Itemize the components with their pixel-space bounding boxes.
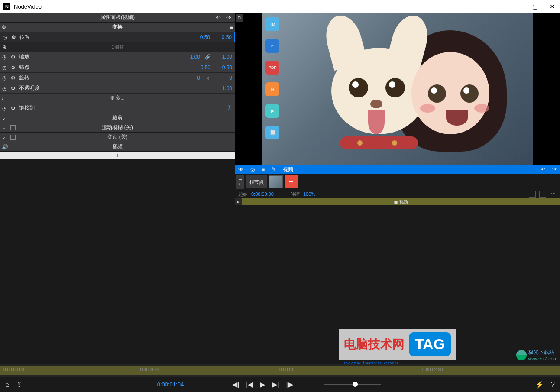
checkbox[interactable] xyxy=(10,135,16,140)
stopwatch-icon[interactable]: ◷ xyxy=(0,34,9,40)
transform-section-header[interactable]: ✥ 变换 ≡ xyxy=(0,23,235,32)
stopwatch-icon[interactable]: ◷ xyxy=(0,85,9,91)
menu-icon[interactable]: ≡ xyxy=(230,24,233,31)
rotation-row[interactable]: ◷ ⚙ 旋转 0 x 0 xyxy=(0,73,235,83)
scale-x[interactable]: 1.00 xyxy=(181,54,203,60)
keyframe-label: 关键帧 xyxy=(111,44,124,50)
skip-forward-icon[interactable]: ▶| xyxy=(272,380,279,389)
clip-icon: ▣ xyxy=(394,200,398,204)
keyframe-playhead[interactable] xyxy=(78,42,78,52)
undo-icon[interactable]: ↶ xyxy=(216,14,221,21)
move-icon[interactable]: ✥ xyxy=(2,24,6,30)
scale-row[interactable]: ◷ ⚙ 缩放 1.00 🔗 1.00 xyxy=(0,52,235,62)
maximize-button[interactable]: ▢ xyxy=(531,2,539,11)
link-icon[interactable]: 🔗 xyxy=(203,54,213,60)
pencil-icon[interactable]: ✎ xyxy=(272,166,276,172)
start-label: 起始 xyxy=(238,191,248,198)
anchor-x[interactable]: 0.50 xyxy=(191,65,213,71)
opacity-row[interactable]: ◷ ⚙ 不透明度 1.00 xyxy=(0,83,235,94)
opacity-val[interactable]: 1.00 xyxy=(213,85,235,91)
gear-icon[interactable]: ⚙ xyxy=(9,65,17,71)
anchor-row[interactable]: ◷ ⚙ 锚点 0.50 0.50 xyxy=(0,62,235,73)
preview-area[interactable]: ⧉ TDEPDFN▶⬜ xyxy=(235,13,560,165)
crop-label: 裁剪 xyxy=(112,114,123,122)
site2-name: 极光下载站 xyxy=(528,349,557,356)
link-to-val[interactable]: 无 xyxy=(213,104,235,112)
node-side-button[interactable]: ☰› xyxy=(236,175,244,189)
tile-row[interactable]: ⌄ 拼贴 (关) xyxy=(0,133,235,142)
eye-icon[interactable]: 👁 xyxy=(238,166,243,172)
stopwatch-icon[interactable]: ◷ xyxy=(0,75,9,81)
stopwatch-icon[interactable]: ◷ xyxy=(0,54,9,60)
desktop-icon: TD xyxy=(265,17,279,31)
play-icon[interactable]: ▶ xyxy=(260,380,265,389)
motion-blur-row[interactable]: ⌄ 运动模糊 (关) xyxy=(0,123,235,133)
prev-frame-icon[interactable]: ◀| xyxy=(232,380,239,389)
desktop-icon: E xyxy=(265,39,279,53)
minimize-button[interactable]: — xyxy=(513,2,522,11)
more-row[interactable]: › 更多... xyxy=(0,94,235,103)
track-expand-icon[interactable]: ▸ xyxy=(235,200,242,204)
link-to-row[interactable]: ◷ ⚙ 链接到 无 xyxy=(0,103,235,113)
position-y[interactable]: 0.50 xyxy=(213,34,234,40)
stretch-value[interactable]: 100% xyxy=(303,191,315,197)
root-node-tab[interactable]: 根节点 xyxy=(246,175,267,188)
chevron-down-icon: ⌄ xyxy=(2,125,6,130)
player-controls: ⌂ ⇪ 0:00:01:04 ◀| |◀ ▶ ▶| |▶ ⚡ ? xyxy=(0,377,560,392)
gear-icon[interactable]: ⚙ xyxy=(9,34,18,40)
anchor-y[interactable]: 0.50 xyxy=(213,65,235,71)
video-node-thumb[interactable] xyxy=(269,175,283,188)
current-time[interactable]: 0:00:01:04 xyxy=(157,381,184,388)
skip-back-icon[interactable]: |◀ xyxy=(246,380,253,389)
close-button[interactable]: ✕ xyxy=(548,2,557,11)
keyframe-track[interactable]: ⊕ 关键帧 xyxy=(0,42,235,52)
redo-icon[interactable]: ↷ xyxy=(226,14,231,21)
position-x[interactable]: 0.50 xyxy=(191,34,213,40)
crop-row[interactable]: ⌄ 裁剪 xyxy=(0,113,235,123)
next-frame-icon[interactable]: |▶ xyxy=(286,380,293,389)
ruler-t3: 0:00:02:28 xyxy=(422,367,443,372)
gear-icon[interactable]: ⚙ xyxy=(9,105,17,111)
audio-row[interactable]: 🔊 音频 xyxy=(0,142,235,152)
popout-icon[interactable]: ⧉ xyxy=(236,14,243,22)
position-row[interactable]: ◷ ⚙ 位置 0.50 0.50 xyxy=(0,32,235,42)
stretch-label: 伸缩 xyxy=(290,191,300,198)
start-value[interactable]: 0:00:00:00 xyxy=(251,191,274,197)
add-keyframe-icon[interactable]: ⊕ xyxy=(0,44,9,50)
redo-icon[interactable]: ↷ xyxy=(552,166,557,172)
rotation-turns[interactable]: 0 xyxy=(181,75,203,81)
list-icon[interactable]: ≡ xyxy=(262,166,265,172)
flash-icon[interactable]: ⚡ xyxy=(535,380,544,389)
ruler[interactable]: 0:00:00:00 0:00:00:28 0:00:01 0:00:02:28 xyxy=(0,364,560,377)
app-logo: N xyxy=(3,3,10,10)
add-node-button[interactable]: + xyxy=(285,175,298,188)
stopwatch-icon[interactable]: ◷ xyxy=(0,65,9,71)
gear-icon[interactable]: ⚙ xyxy=(9,54,17,60)
option-box-2[interactable] xyxy=(539,191,546,198)
gear-icon[interactable]: ⚙ xyxy=(9,75,17,81)
chevron-right-icon: › xyxy=(2,96,3,101)
target-icon[interactable]: ◎ xyxy=(250,166,255,172)
node-strip: ☰› 根节点 + xyxy=(235,174,560,190)
ruler-t1: 0:00:00:28 xyxy=(139,367,159,372)
timeline-tracks[interactable]: ▸ ▣ 视频 电脑技术网 www.tagxp.com TAG 极光下载站 www xyxy=(235,198,560,364)
more-options-icon[interactable]: ⋯ xyxy=(550,191,557,198)
export-icon[interactable]: ⇪ xyxy=(16,380,22,389)
home-icon[interactable]: ⌂ xyxy=(5,381,10,389)
video-clip[interactable]: ▣ 视频 xyxy=(242,198,560,205)
rotation-deg[interactable]: 0 xyxy=(213,75,235,81)
zoom-slider[interactable] xyxy=(324,384,381,385)
ruler-playhead[interactable] xyxy=(182,364,182,377)
add-property-button[interactable]: + xyxy=(0,152,235,159)
help-icon[interactable]: ? xyxy=(551,381,555,389)
watermark-2: 极光下载站 www.xz7.com xyxy=(516,349,557,361)
speaker-icon[interactable]: 🔊 xyxy=(2,144,8,150)
option-box-1[interactable] xyxy=(529,191,536,198)
scale-y[interactable]: 1.00 xyxy=(213,54,235,60)
checkbox[interactable] xyxy=(10,125,16,130)
transform-label: 变换 xyxy=(112,23,123,31)
stopwatch-icon[interactable]: ◷ xyxy=(0,105,9,111)
gear-icon[interactable]: ⚙ xyxy=(9,85,17,91)
node-toolbar-label: 视频 xyxy=(283,166,293,173)
undo-icon[interactable]: ↶ xyxy=(541,166,545,172)
